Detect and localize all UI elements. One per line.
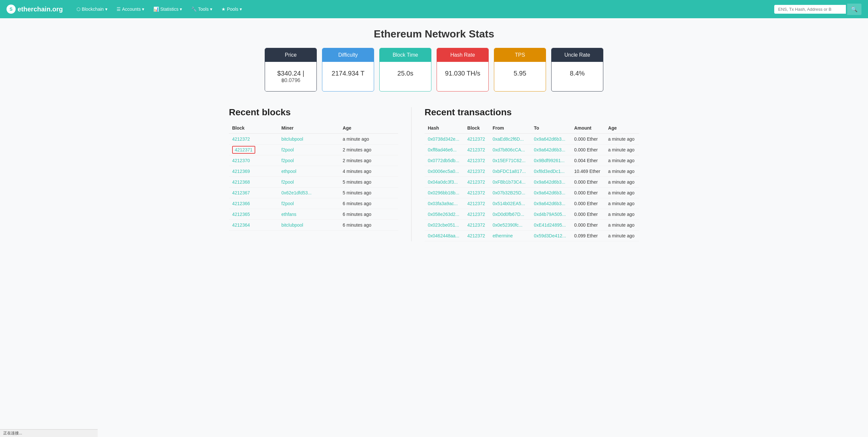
hash-link[interactable]: 0x0462448aa... [428,233,459,238]
tx-block-link[interactable]: 4212372 [467,180,485,185]
block-link[interactable]: 4212370 [232,158,250,163]
tx-block-link[interactable]: 4212372 [467,201,485,206]
tx-block: 4212372 [464,198,489,209]
block-link[interactable]: 4212366 [232,201,250,206]
table-row: 4212366 f2pool 6 minutes ago [229,198,398,209]
tx-to: 0x9a642d6b3... [531,198,571,209]
to-link[interactable]: 0xf8d3edDc1... [534,169,564,174]
hash-link[interactable]: 0xff8ad46e6... [428,147,457,152]
to-link[interactable]: 0x9a642d6b3... [534,190,565,195]
tx-block-link[interactable]: 4212372 [467,222,485,228]
tx-block-link[interactable]: 4212372 [467,169,485,174]
nav-pools[interactable]: ★ Pools ▾ [217,4,246,14]
block-age: 6 minutes ago [340,209,398,220]
tx-block-link[interactable]: 4212372 [467,136,485,142]
tx-hash: 0x023cbe051... [425,220,464,230]
table-row: 4212369 ethpool 4 minutes ago [229,166,398,177]
miner-link[interactable]: bitclubpool [281,136,303,142]
block-link[interactable]: 4212371 [232,146,255,154]
block-link[interactable]: 4212367 [232,190,250,195]
nav-blockchain[interactable]: ⬡ Blockchain ▾ [72,4,111,14]
miner-link[interactable]: f2pool [281,158,294,163]
block-link[interactable]: 4212365 [232,212,250,217]
block-link[interactable]: 4212372 [232,136,250,142]
hash-link[interactable]: 0x0296bb18b... [428,190,459,195]
block-link[interactable]: 4212369 [232,169,250,174]
tx-age: a minute ago [605,220,639,230]
tx-from: 0xbFDC1a817... [489,166,531,177]
hash-link[interactable]: 0x0772db5db... [428,158,459,163]
miner-link[interactable]: f2pool [281,180,294,185]
miner-link[interactable]: ethfans [281,212,296,217]
tx-age: a minute ago [605,188,639,198]
from-link[interactable]: 0xd7b806cCA... [493,147,525,152]
nav-tools[interactable]: 🔧 Tools ▾ [187,4,216,14]
navbar: S etherchain.org ⬡ Blockchain ▾ ☰ Accoun… [0,0,868,18]
tx-amount: 0.000 Ether [571,209,605,220]
block-miner: bitclubpool [278,220,339,230]
to-link[interactable]: 0x9a642d6b3... [534,201,565,206]
miner-link[interactable]: 0x62e1dfd53... [281,190,312,195]
from-link[interactable]: 0xaEd8c2f6D... [493,136,524,142]
tx-block: 4212372 [464,145,489,155]
to-link[interactable]: 0x9a642d6b3... [534,180,565,185]
from-link[interactable]: 0x07b32B25D... [493,190,525,195]
tx-amount: 0.000 Ether [571,145,605,155]
search-button[interactable]: 🔍 [847,4,862,15]
from-link[interactable]: 0x15EF71C62... [493,158,526,163]
block-link[interactable]: 4212364 [232,222,250,228]
miner-link[interactable]: ethpool [281,169,296,174]
tx-block-link[interactable]: 4212372 [467,233,485,238]
tx-block-link[interactable]: 4212372 [467,147,485,152]
from-link[interactable]: 0x0e52390fc... [493,222,523,228]
to-link[interactable]: 0x9Bdf99261... [534,158,564,163]
tx-hash: 0x0772db5db... [425,155,464,166]
tx-block-link[interactable]: 4212372 [467,190,485,195]
recent-blocks-title: Recent blocks [229,107,398,118]
table-row: 4212364 bitclubpool 6 minutes ago [229,220,398,230]
to-link[interactable]: 0x9a642d6b3... [534,136,565,142]
miner-link[interactable]: bitclubpool [281,222,303,228]
from-link[interactable]: 0xFBb1b73C4... [493,180,526,185]
table-row: 4212365 ethfans 6 minutes ago [229,209,398,220]
to-link[interactable]: 0x9a642d6b3... [534,147,565,152]
search-area: 🔍 [774,4,862,15]
nav-statistics[interactable]: 📊 Statistics ▾ [150,4,186,14]
hash-link[interactable]: 0x04a0dc3f3... [428,180,458,185]
hash-link[interactable]: 0x058e263d2... [428,212,459,217]
to-link[interactable]: 0x59d3De412... [534,233,566,238]
nav-accounts[interactable]: ☰ Accounts ▾ [113,4,149,14]
hash-link[interactable]: 0x0006ec5a0... [428,169,459,174]
block-miner: f2pool [278,155,339,166]
from-link[interactable]: 0xD0d0fb67D... [493,212,524,217]
table-row: 0x058e263d2... 4212372 0xD0d0fb67D... 0x… [425,209,639,220]
recent-transactions-section: Recent transactions Hash Block From To A… [425,107,639,241]
from-link[interactable]: 0x514b02EA5... [493,201,525,206]
brand[interactable]: S etherchain.org [6,5,63,14]
from-link[interactable]: 0xbFDC1a817... [493,169,526,174]
miner-link[interactable]: f2pool [281,147,294,152]
col-to: To [531,123,571,133]
stats-title: Ethereum Network Stats [229,28,639,40]
dropdown-icon: ▾ [180,6,182,12]
table-row: 0x0462448aa... 4212372 ethermine 0x59d3D… [425,230,639,241]
from-link[interactable]: ethermine [493,233,513,238]
hashrate-header: Hash Rate [437,48,488,62]
search-input[interactable] [774,5,846,14]
tx-block-link[interactable]: 4212372 [467,212,485,217]
miner-link[interactable]: f2pool [281,201,294,206]
to-link[interactable]: 0xE41d24895... [534,222,566,228]
dropdown-icon: ▾ [240,6,242,12]
to-link[interactable]: 0xd4b79A505... [534,212,566,217]
block-number: 4212370 [229,155,278,166]
tx-block-link[interactable]: 4212372 [467,158,485,163]
tx-block: 4212372 [464,155,489,166]
tx-block: 4212372 [464,209,489,220]
hashrate-value: 91.030 TH/s [437,62,488,85]
block-link[interactable]: 4212368 [232,180,250,185]
hash-link[interactable]: 0x023cbe051... [428,222,459,228]
tx-amount: 0.000 Ether [571,133,605,145]
tx-hash: 0x0296bb18b... [425,188,464,198]
hash-link[interactable]: 0x0738d342e... [428,136,459,142]
hash-link[interactable]: 0x03fa3a9ac... [428,201,458,206]
